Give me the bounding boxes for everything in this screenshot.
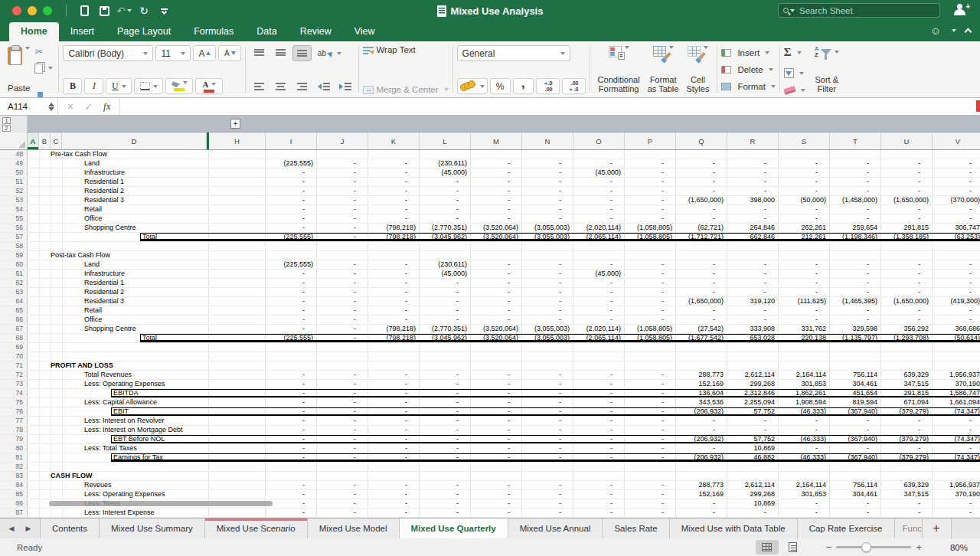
cell[interactable]: -: [368, 178, 420, 186]
cell[interactable]: -: [625, 270, 676, 278]
row-label-cell[interactable]: Less: Operating Expenses: [28, 380, 207, 388]
cell[interactable]: -: [471, 159, 522, 168]
cell[interactable]: (1,293,708): [881, 334, 933, 342]
cell[interactable]: (1,058,805): [625, 233, 676, 241]
cell[interactable]: -: [471, 178, 522, 186]
cell[interactable]: -: [317, 233, 368, 241]
font-name-select[interactable]: Calibri (Body): [63, 45, 153, 61]
cell[interactable]: -: [573, 398, 625, 407]
cell[interactable]: -: [471, 306, 522, 315]
cell[interactable]: (230,611): [420, 159, 471, 168]
cell[interactable]: [779, 361, 830, 370]
cell[interactable]: -: [471, 389, 522, 397]
cell[interactable]: -: [522, 417, 573, 425]
cell[interactable]: [317, 463, 368, 471]
sort-filter-button[interactable]: AZ Sort &Filter: [812, 45, 842, 94]
cell[interactable]: -: [779, 509, 830, 517]
cell[interactable]: -: [573, 316, 625, 324]
cell[interactable]: -: [420, 306, 471, 315]
cell[interactable]: 301,853: [779, 380, 830, 388]
row-header-54[interactable]: 54: [0, 205, 28, 214]
cell[interactable]: -: [676, 288, 727, 296]
cell[interactable]: (45,000): [420, 168, 471, 177]
cell[interactable]: -: [676, 509, 727, 517]
row-label-cell[interactable]: Shopping Centre: [28, 325, 207, 333]
cell[interactable]: -: [522, 453, 573, 462]
cell[interactable]: [522, 361, 573, 370]
row-label-cell[interactable]: CASH FLOW: [28, 472, 207, 480]
cell[interactable]: -: [573, 499, 625, 508]
row-header-61[interactable]: 61: [0, 270, 28, 278]
cell[interactable]: [676, 352, 727, 361]
cell[interactable]: (225,555): [266, 233, 317, 241]
cell[interactable]: -: [727, 159, 779, 168]
cell[interactable]: -: [471, 168, 522, 177]
cell[interactable]: (367,940): [830, 407, 881, 416]
cell[interactable]: -: [368, 444, 420, 453]
sheet-tab-mixed-use-annual[interactable]: Mixed Use Annual: [508, 518, 603, 538]
cell[interactable]: (2,020,114): [573, 224, 625, 232]
cell[interactable]: [209, 159, 266, 168]
row-label-cell[interactable]: Infrastructure: [28, 270, 207, 278]
row-label-cell[interactable]: Infrastructure: [28, 168, 207, 177]
page-layout-view-button[interactable]: [782, 540, 805, 554]
cell[interactable]: -: [420, 444, 471, 453]
cell[interactable]: (379,279): [881, 407, 933, 416]
cell[interactable]: -: [471, 205, 522, 214]
cell[interactable]: -: [266, 453, 317, 462]
sheet-tab-mixed-use-summary[interactable]: Mixed Use Summary: [100, 518, 205, 538]
cell[interactable]: (2,770,351): [420, 325, 471, 333]
column-header-R[interactable]: R: [727, 132, 779, 149]
cell[interactable]: -: [933, 444, 980, 453]
row-header-75[interactable]: 75: [0, 398, 28, 407]
cell[interactable]: -: [471, 509, 522, 517]
cell[interactable]: (1,712,721): [676, 233, 727, 241]
cell[interactable]: -: [779, 444, 830, 453]
zoom-out-button[interactable]: −: [822, 541, 837, 553]
cell[interactable]: (3,055,003): [522, 224, 573, 232]
cell[interactable]: -: [727, 260, 779, 269]
cell[interactable]: 329,598: [830, 325, 881, 333]
row-label-cell[interactable]: Post-tax Cash Flow: [28, 251, 207, 260]
row-label-cell[interactable]: Total: [28, 334, 207, 342]
bold-button[interactable]: B: [63, 78, 82, 94]
row-header-85[interactable]: 85: [0, 490, 28, 499]
column-header-U[interactable]: U: [881, 132, 933, 149]
cell[interactable]: (27,542): [676, 325, 727, 333]
cell[interactable]: -: [881, 499, 933, 508]
cell[interactable]: -: [573, 380, 625, 388]
cell[interactable]: (1,358,185): [881, 233, 933, 241]
cell[interactable]: (1,198,346): [830, 233, 881, 241]
cell[interactable]: [573, 251, 625, 260]
cell[interactable]: -: [420, 499, 471, 508]
cell[interactable]: [676, 361, 727, 370]
cell[interactable]: -: [471, 380, 522, 388]
cell[interactable]: -: [420, 205, 471, 214]
cell[interactable]: -: [625, 426, 676, 434]
cell[interactable]: -: [266, 178, 317, 186]
cell[interactable]: -: [266, 509, 317, 517]
row-header-50[interactable]: 50: [0, 168, 28, 177]
cell[interactable]: -: [368, 196, 420, 204]
number-format-select[interactable]: General: [457, 45, 570, 61]
format-cells-button[interactable]: Format: [721, 79, 775, 94]
column-header-N[interactable]: N: [522, 132, 573, 149]
cell[interactable]: 368,686: [933, 325, 980, 333]
cell[interactable]: [779, 251, 830, 260]
percent-style-button[interactable]: %: [490, 78, 511, 94]
cell[interactable]: -: [625, 490, 676, 499]
format-painter-button[interactable]: [34, 79, 53, 93]
cell[interactable]: -: [573, 260, 625, 269]
cell[interactable]: [881, 343, 933, 352]
cell[interactable]: [727, 343, 779, 352]
cell[interactable]: 819,594: [830, 398, 881, 407]
cell[interactable]: (379,279): [881, 453, 933, 462]
cell[interactable]: [209, 279, 266, 287]
cell[interactable]: -: [368, 417, 420, 425]
cell[interactable]: [209, 380, 266, 388]
cell[interactable]: -: [522, 187, 573, 195]
cell[interactable]: -: [625, 407, 676, 416]
cell[interactable]: -: [368, 490, 420, 499]
cell[interactable]: -: [573, 453, 625, 462]
row-label-cell[interactable]: Residential 2: [28, 187, 207, 195]
